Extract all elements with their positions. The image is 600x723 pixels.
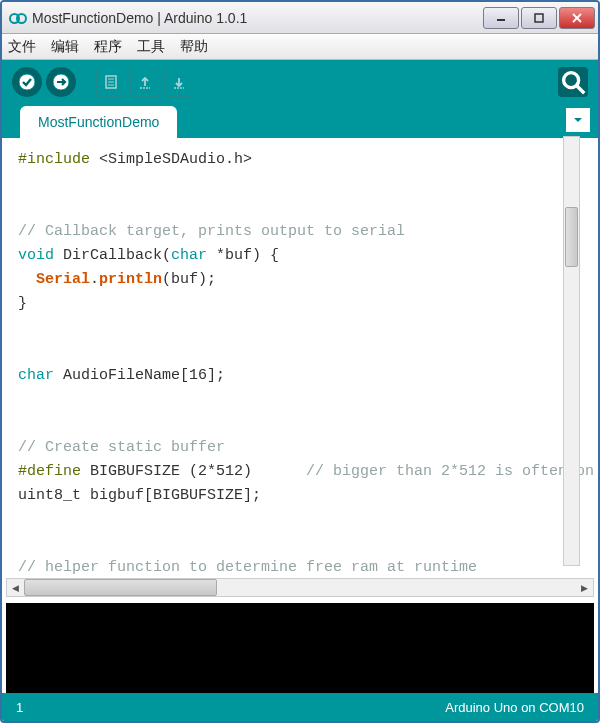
new-button[interactable] [96, 67, 126, 97]
code-token: println [99, 271, 162, 288]
maximize-button[interactable] [521, 7, 557, 29]
code-token: // Create static buffer [18, 439, 225, 456]
svg-rect-1 [535, 14, 543, 22]
menu-help[interactable]: 帮助 [180, 38, 208, 56]
window-title: MostFunctionDemo | Arduino 1.0.1 [32, 10, 482, 26]
svg-point-12 [564, 73, 579, 88]
scroll-thumb[interactable] [24, 579, 217, 596]
code-token: DirCallback( [54, 247, 171, 264]
code-token: BIGBUFSIZE (2*512) [81, 463, 306, 480]
code-token: void [18, 247, 54, 264]
titlebar: MostFunctionDemo | Arduino 1.0.1 [2, 2, 598, 34]
editor-area: #include <SimpleSDAudio.h> // Callback t… [2, 138, 598, 693]
menu-edit[interactable]: 编辑 [51, 38, 79, 56]
console-output [6, 603, 594, 693]
code-token: // Callback target, prints output to ser… [18, 223, 405, 240]
menubar: 文件 编辑 程序 工具 帮助 [2, 34, 598, 60]
open-button[interactable] [130, 67, 160, 97]
horizontal-scrollbar[interactable]: ◀ ▶ [6, 578, 594, 597]
scroll-right-arrow[interactable]: ▶ [576, 579, 593, 596]
tab-menu-dropdown[interactable] [566, 108, 590, 132]
code-token [18, 271, 36, 288]
svg-line-13 [577, 86, 585, 94]
code-token: char [171, 247, 207, 264]
menu-file[interactable]: 文件 [8, 38, 36, 56]
menu-sketch[interactable]: 程序 [94, 38, 122, 56]
code-token: . [90, 271, 99, 288]
tabbar: MostFunctionDemo [2, 104, 598, 138]
statusbar: 1 Arduino Uno on COM10 [2, 693, 598, 721]
status-board: Arduino Uno on COM10 [445, 700, 584, 715]
code-token: #include [18, 151, 90, 168]
code-token: char [18, 367, 54, 384]
vertical-scrollbar[interactable] [563, 136, 580, 566]
arduino-icon [10, 10, 26, 26]
status-line-number: 1 [16, 700, 23, 715]
vscroll-thumb[interactable] [565, 207, 578, 267]
minimize-button[interactable] [483, 7, 519, 29]
code-token: uint8_t bigbuf[BIGBUFSIZE]; [18, 487, 261, 504]
scroll-track[interactable] [24, 579, 576, 596]
save-button[interactable] [164, 67, 194, 97]
scroll-left-arrow[interactable]: ◀ [7, 579, 24, 596]
upload-button[interactable] [46, 67, 76, 97]
code-token: Serial [36, 271, 90, 288]
menu-tools[interactable]: 工具 [137, 38, 165, 56]
code-token: #define [18, 463, 81, 480]
toolbar [2, 60, 598, 104]
tab-mostfunctiondemo[interactable]: MostFunctionDemo [20, 106, 177, 138]
code-token: // bigger than 2*512 is often only possi… [306, 463, 594, 480]
serial-monitor-button[interactable] [558, 67, 588, 97]
code-token: (buf); [162, 271, 216, 288]
code-token: *buf) { [207, 247, 279, 264]
code-editor[interactable]: #include <SimpleSDAudio.h> // Callback t… [6, 142, 594, 576]
code-token: // helper function to determine free ram… [18, 559, 477, 576]
verify-button[interactable] [12, 67, 42, 97]
close-button[interactable] [559, 7, 595, 29]
code-token: } [18, 295, 27, 312]
code-token: <SimpleSDAudio.h> [90, 151, 252, 168]
code-token: AudioFileName[16]; [54, 367, 225, 384]
